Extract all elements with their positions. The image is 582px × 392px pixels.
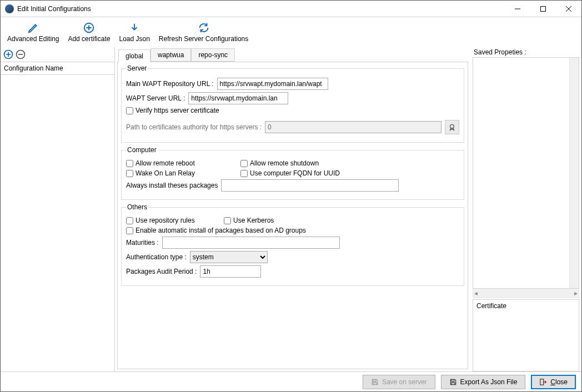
ad-groups-label: Enable automatic install of packages bas… bbox=[136, 227, 306, 234]
download-arrow-icon bbox=[128, 21, 141, 35]
pencil-icon bbox=[27, 21, 39, 35]
svg-point-4 bbox=[450, 124, 454, 128]
kerberos-checkbox[interactable] bbox=[224, 217, 231, 224]
save-on-server-button: Save on server bbox=[363, 375, 435, 389]
tab-reposync[interactable]: repo-sync bbox=[191, 48, 235, 62]
add-certificate-button[interactable]: Add certificate bbox=[63, 19, 114, 44]
add-certificate-label: Add certificate bbox=[68, 35, 110, 43]
saved-properties-list[interactable] bbox=[473, 57, 579, 289]
repo-url-input[interactable] bbox=[217, 78, 328, 90]
ad-groups-checkbox[interactable] bbox=[126, 227, 133, 234]
allow-reboot-label: Allow remote reboot bbox=[136, 159, 195, 167]
scroll-left-icon[interactable]: ◂ bbox=[474, 289, 478, 297]
titlebar: Edit Initial Configurations bbox=[1, 1, 581, 17]
plus-circle-icon bbox=[3, 49, 14, 60]
config-list[interactable] bbox=[1, 75, 114, 371]
config-list-header[interactable]: Configuration Name bbox=[1, 62, 114, 75]
allow-shutdown-checkbox[interactable] bbox=[240, 160, 248, 167]
maturities-input[interactable] bbox=[162, 237, 340, 249]
load-json-label: Load Json bbox=[119, 35, 149, 43]
allow-reboot-checkbox[interactable] bbox=[126, 160, 133, 167]
tab-waptwua[interactable]: waptwua bbox=[150, 48, 191, 62]
server-url-label: WAPT Server URL : bbox=[126, 94, 185, 102]
svg-rect-0 bbox=[541, 6, 546, 11]
exit-icon bbox=[539, 378, 547, 386]
minimize-icon bbox=[515, 6, 520, 12]
config-add-remove-bar bbox=[1, 47, 114, 62]
allow-shutdown-label: Allow remote shutdown bbox=[250, 159, 319, 167]
fqdn-uuid-checkbox[interactable] bbox=[240, 170, 248, 177]
tab-bar: global waptwua repo-sync bbox=[115, 47, 470, 62]
repo-rules-checkbox[interactable] bbox=[126, 217, 133, 224]
export-json-label: Export As Json File bbox=[460, 378, 518, 386]
certificate-icon bbox=[448, 123, 456, 132]
ca-path-label: Path to certificates authority for https… bbox=[126, 123, 262, 131]
audit-period-input[interactable] bbox=[200, 265, 261, 278]
repo-url-label: Main WAPT Repository URL : bbox=[126, 80, 214, 88]
close-window-button[interactable] bbox=[556, 1, 581, 17]
footer: Save on server Export As Json File Close bbox=[1, 371, 581, 391]
refresh-server-button[interactable]: Refresh Server Configurations bbox=[154, 19, 253, 44]
maximize-button[interactable] bbox=[530, 1, 556, 17]
wol-relay-checkbox[interactable] bbox=[126, 170, 133, 177]
plus-circle-icon bbox=[83, 21, 95, 35]
center-panel: global waptwua repo-sync Server Main WAP… bbox=[115, 47, 470, 371]
others-group: Others Use repository rules Use Kerberos bbox=[121, 203, 464, 286]
auth-type-label: Authentication type : bbox=[126, 253, 187, 261]
computer-legend: Computer bbox=[126, 146, 158, 154]
save-icon bbox=[449, 378, 457, 386]
remove-config-button[interactable] bbox=[15, 49, 26, 60]
toolbar: Advanced Editing Add certificate Load Js… bbox=[1, 17, 581, 47]
save-icon bbox=[371, 378, 379, 386]
close-icon bbox=[566, 6, 571, 12]
right-panel: Saved Propeties : ◂ ▸ Certificate bbox=[470, 47, 581, 371]
maximize-icon bbox=[540, 6, 546, 12]
server-legend: Server bbox=[126, 64, 148, 72]
load-json-button[interactable]: Load Json bbox=[114, 19, 154, 44]
add-config-button[interactable] bbox=[3, 49, 14, 60]
computer-group: Computer Allow remote reboot Allow remot… bbox=[121, 146, 464, 200]
svg-rect-5 bbox=[540, 379, 544, 385]
verify-https-checkbox[interactable] bbox=[126, 107, 133, 114]
body: Configuration Name global waptwua repo-s… bbox=[1, 47, 581, 371]
tab-global[interactable]: global bbox=[118, 49, 150, 62]
close-label: Close bbox=[550, 378, 568, 386]
advanced-editing-label: Advanced Editing bbox=[7, 35, 59, 43]
ca-path-browse-button[interactable] bbox=[445, 120, 459, 134]
ca-path-input bbox=[265, 121, 441, 133]
window-title: Edit Initial Configurations bbox=[17, 5, 91, 13]
audit-period-label: Packages Audit Period : bbox=[126, 268, 197, 275]
scroll-right-icon[interactable]: ▸ bbox=[574, 289, 578, 297]
kerberos-label: Use Kerberos bbox=[233, 217, 274, 224]
verify-https-label: Verify https server certificate bbox=[136, 107, 219, 114]
refresh-icon bbox=[198, 21, 210, 35]
always-install-input[interactable] bbox=[221, 179, 399, 192]
minimize-button[interactable] bbox=[505, 1, 530, 17]
tab-page-global: Server Main WAPT Repository URL : WAPT S… bbox=[117, 62, 468, 369]
close-button[interactable]: Close bbox=[531, 375, 576, 389]
window: Edit Initial Configurations Advanced Edi… bbox=[0, 0, 582, 392]
left-panel: Configuration Name bbox=[1, 47, 115, 371]
server-group: Server Main WAPT Repository URL : WAPT S… bbox=[121, 64, 464, 143]
export-json-button[interactable]: Export As Json File bbox=[441, 375, 526, 389]
vertical-scrollbar[interactable] bbox=[569, 58, 579, 288]
minus-circle-icon bbox=[15, 49, 26, 60]
maturities-label: Maturities : bbox=[126, 239, 159, 247]
app-icon bbox=[5, 4, 14, 13]
repo-rules-label: Use repository rules bbox=[136, 217, 195, 224]
fqdn-uuid-label: Use computer FQDN for UUID bbox=[250, 169, 340, 177]
certificate-box: Certificate bbox=[473, 299, 579, 371]
others-legend: Others bbox=[126, 203, 148, 211]
server-url-input[interactable] bbox=[188, 92, 288, 104]
horizontal-scrollbar[interactable]: ◂ ▸ bbox=[473, 289, 579, 298]
refresh-server-label: Refresh Server Configurations bbox=[159, 35, 248, 43]
saved-properties-label: Saved Propeties : bbox=[473, 47, 579, 57]
always-install-label: Always install theses packages bbox=[126, 182, 218, 189]
certificate-label: Certificate bbox=[476, 302, 506, 310]
save-on-server-label: Save on server bbox=[382, 378, 427, 386]
wol-relay-label: Wake On Lan Relay bbox=[136, 169, 195, 177]
advanced-editing-button[interactable]: Advanced Editing bbox=[3, 19, 63, 44]
auth-type-select[interactable]: system bbox=[190, 251, 268, 263]
